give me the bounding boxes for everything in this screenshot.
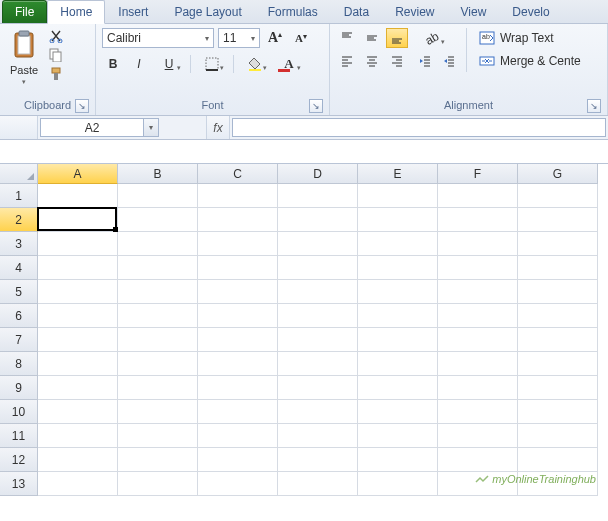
cell-F10[interactable] bbox=[438, 400, 518, 424]
cell-G9[interactable] bbox=[518, 376, 598, 400]
cell-C10[interactable] bbox=[198, 400, 278, 424]
cell-B5[interactable] bbox=[118, 280, 198, 304]
cell-F2[interactable] bbox=[438, 208, 518, 232]
cell-B2[interactable] bbox=[118, 208, 198, 232]
cell-C11[interactable] bbox=[198, 424, 278, 448]
cell-C7[interactable] bbox=[198, 328, 278, 352]
cell-D5[interactable] bbox=[278, 280, 358, 304]
cell-F9[interactable] bbox=[438, 376, 518, 400]
align-middle-button[interactable] bbox=[361, 28, 383, 48]
tab-formulas[interactable]: Formulas bbox=[255, 0, 331, 23]
font-dialog-launcher[interactable]: ↘ bbox=[309, 99, 323, 113]
cell-D11[interactable] bbox=[278, 424, 358, 448]
cell-E6[interactable] bbox=[358, 304, 438, 328]
cell-D7[interactable] bbox=[278, 328, 358, 352]
cell-E11[interactable] bbox=[358, 424, 438, 448]
cell-C6[interactable] bbox=[198, 304, 278, 328]
fill-color-button[interactable] bbox=[240, 54, 270, 74]
cell-E9[interactable] bbox=[358, 376, 438, 400]
cell-D6[interactable] bbox=[278, 304, 358, 328]
cell-C5[interactable] bbox=[198, 280, 278, 304]
tab-developer[interactable]: Develo bbox=[499, 0, 562, 23]
cell-G11[interactable] bbox=[518, 424, 598, 448]
format-painter-button[interactable] bbox=[48, 66, 64, 82]
name-box[interactable]: A2 ▾ bbox=[40, 118, 144, 137]
cell-D13[interactable] bbox=[278, 472, 358, 496]
cell-G10[interactable] bbox=[518, 400, 598, 424]
cell-B13[interactable] bbox=[118, 472, 198, 496]
column-header-E[interactable]: E bbox=[358, 164, 438, 184]
name-box-dropdown[interactable]: ▾ bbox=[143, 118, 159, 137]
cell-E4[interactable] bbox=[358, 256, 438, 280]
font-color-button[interactable]: A bbox=[274, 54, 304, 74]
row-header-9[interactable]: 9 bbox=[0, 376, 38, 400]
tab-home[interactable]: Home bbox=[47, 0, 105, 24]
borders-button[interactable] bbox=[197, 54, 227, 74]
tab-file[interactable]: File bbox=[2, 0, 47, 23]
copy-button[interactable] bbox=[48, 47, 64, 63]
cell-G12[interactable] bbox=[518, 448, 598, 472]
paste-button[interactable]: Paste ▾ bbox=[6, 28, 42, 88]
cell-B12[interactable] bbox=[118, 448, 198, 472]
select-all-corner[interactable] bbox=[0, 164, 38, 184]
cell-D1[interactable] bbox=[278, 184, 358, 208]
cell-B11[interactable] bbox=[118, 424, 198, 448]
cell-D10[interactable] bbox=[278, 400, 358, 424]
row-header-13[interactable]: 13 bbox=[0, 472, 38, 496]
cell-F3[interactable] bbox=[438, 232, 518, 256]
column-header-D[interactable]: D bbox=[278, 164, 358, 184]
row-header-7[interactable]: 7 bbox=[0, 328, 38, 352]
cell-D9[interactable] bbox=[278, 376, 358, 400]
row-header-2[interactable]: 2 bbox=[0, 208, 38, 232]
cell-F6[interactable] bbox=[438, 304, 518, 328]
alignment-dialog-launcher[interactable]: ↘ bbox=[587, 99, 601, 113]
cell-D4[interactable] bbox=[278, 256, 358, 280]
align-bottom-button[interactable] bbox=[386, 28, 408, 48]
cell-B7[interactable] bbox=[118, 328, 198, 352]
tab-data[interactable]: Data bbox=[331, 0, 382, 23]
tab-insert[interactable]: Insert bbox=[105, 0, 161, 23]
cell-D3[interactable] bbox=[278, 232, 358, 256]
increase-font-button[interactable]: A▴ bbox=[264, 28, 286, 48]
increase-indent-button[interactable] bbox=[438, 51, 460, 71]
cell-E12[interactable] bbox=[358, 448, 438, 472]
cell-grid[interactable] bbox=[38, 184, 598, 496]
cell-F12[interactable] bbox=[438, 448, 518, 472]
cell-C2[interactable] bbox=[198, 208, 278, 232]
align-right-button[interactable] bbox=[386, 51, 408, 71]
row-header-1[interactable]: 1 bbox=[0, 184, 38, 208]
cell-C9[interactable] bbox=[198, 376, 278, 400]
cell-D12[interactable] bbox=[278, 448, 358, 472]
cell-E13[interactable] bbox=[358, 472, 438, 496]
tab-page-layout[interactable]: Page Layout bbox=[161, 0, 254, 23]
cell-C4[interactable] bbox=[198, 256, 278, 280]
clipboard-dialog-launcher[interactable]: ↘ bbox=[75, 99, 89, 113]
row-header-6[interactable]: 6 bbox=[0, 304, 38, 328]
cell-F4[interactable] bbox=[438, 256, 518, 280]
font-name-combo[interactable]: Calibri▾ bbox=[102, 28, 214, 48]
cell-G7[interactable] bbox=[518, 328, 598, 352]
cell-E2[interactable] bbox=[358, 208, 438, 232]
cell-A6[interactable] bbox=[38, 304, 118, 328]
cell-D8[interactable] bbox=[278, 352, 358, 376]
cell-E8[interactable] bbox=[358, 352, 438, 376]
cell-A8[interactable] bbox=[38, 352, 118, 376]
cell-E3[interactable] bbox=[358, 232, 438, 256]
bold-button[interactable]: B bbox=[102, 54, 124, 74]
cell-F8[interactable] bbox=[438, 352, 518, 376]
cell-A7[interactable] bbox=[38, 328, 118, 352]
cell-A10[interactable] bbox=[38, 400, 118, 424]
cell-F7[interactable] bbox=[438, 328, 518, 352]
cell-A12[interactable] bbox=[38, 448, 118, 472]
row-header-11[interactable]: 11 bbox=[0, 424, 38, 448]
tab-review[interactable]: Review bbox=[382, 0, 447, 23]
align-left-button[interactable] bbox=[336, 51, 358, 71]
column-header-C[interactable]: C bbox=[198, 164, 278, 184]
cell-D2[interactable] bbox=[278, 208, 358, 232]
decrease-font-button[interactable]: A▾ bbox=[290, 28, 312, 48]
cell-E1[interactable] bbox=[358, 184, 438, 208]
insert-function-button[interactable]: fx bbox=[206, 116, 230, 139]
row-header-10[interactable]: 10 bbox=[0, 400, 38, 424]
merge-center-button[interactable]: Merge & Cente bbox=[475, 51, 585, 71]
column-header-F[interactable]: F bbox=[438, 164, 518, 184]
